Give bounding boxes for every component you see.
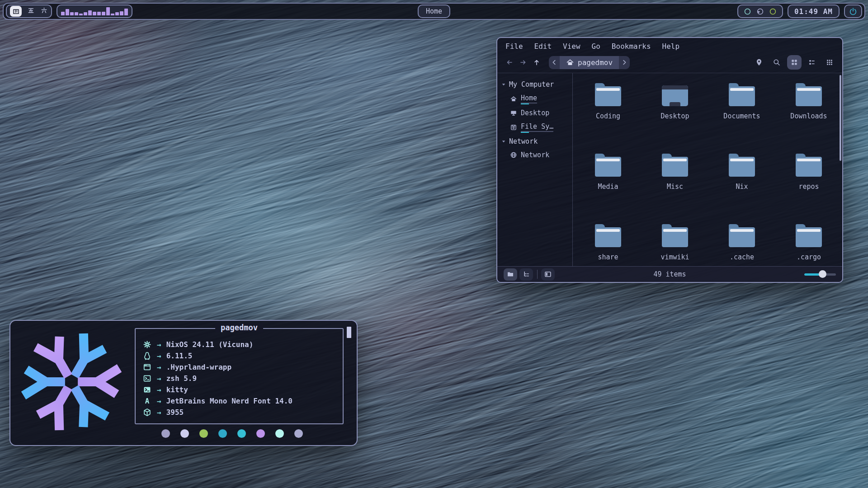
visualizer-bar: [70, 12, 74, 15]
palette-dot: [294, 429, 303, 438]
folder-icon: [796, 86, 822, 106]
file-grid: CodingDesktopDocumentsDownloadsMediaMisc…: [573, 73, 842, 266]
folder-icon: [662, 227, 688, 247]
palette-dot: [218, 429, 227, 438]
sidebar-item-desktop[interactable]: Desktop: [497, 106, 572, 120]
compact-view-button[interactable]: [822, 55, 837, 70]
back-button[interactable]: [503, 56, 516, 69]
fetch-value: .Hyprland-wrapp: [166, 363, 232, 371]
penguin-icon: [142, 352, 152, 360]
arrow-icon: →: [157, 363, 161, 371]
fetch-value: 6.11.5: [166, 352, 193, 360]
arrow-icon: →: [157, 397, 161, 405]
menu-item-file[interactable]: File: [505, 42, 523, 51]
terminal-window: pagedmov →NixOS 24.11 (Vicuna)→6.11.5→.H…: [9, 320, 358, 446]
workspace-button[interactable]: [10, 6, 22, 17]
arrow-icon: →: [157, 352, 161, 360]
workspace-button[interactable]: [27, 7, 35, 16]
chevron-down-icon: [501, 82, 506, 87]
palette-dot: [237, 429, 246, 438]
file-item-label: Misc: [667, 183, 683, 191]
file-item-label: Nix: [736, 183, 748, 191]
toggle-sidepane-button[interactable]: [541, 268, 555, 281]
font-icon: A: [142, 397, 152, 405]
fetch-value: zsh 5.9: [166, 374, 197, 383]
power-icon: [849, 7, 857, 15]
back-arrow-icon: [505, 58, 514, 66]
power-button[interactable]: [844, 5, 862, 18]
sidebar-section-label: Network: [509, 137, 538, 145]
file-item-label: repos: [798, 183, 819, 191]
focused-window-button[interactable]: Home: [418, 5, 450, 18]
file-manager-window: FileEditViewGoBookmarksHelp pagedmov My …: [496, 37, 843, 283]
sidebar-item-home[interactable]: Home: [497, 91, 572, 106]
status-bar: 49 items: [497, 266, 842, 282]
icon-view-button[interactable]: [787, 55, 802, 70]
menu-item-help[interactable]: Help: [662, 42, 680, 51]
file-item-media[interactable]: Media: [575, 151, 642, 221]
places-pane-button[interactable]: [504, 268, 517, 281]
file-item-label: Coding: [596, 112, 620, 120]
zoom-slider-knob[interactable]: [819, 270, 826, 278]
scrollbar[interactable]: [840, 75, 841, 161]
status-wedge-icon[interactable]: [756, 8, 764, 15]
chevron-right-icon: [620, 58, 628, 66]
visualizer-bar: [66, 9, 69, 15]
sidebar-section-network[interactable]: Network: [497, 135, 572, 148]
file-item-repos[interactable]: repos: [775, 151, 842, 221]
file-item-coding[interactable]: Coding: [575, 80, 642, 151]
menu-item-edit[interactable]: Edit: [534, 42, 552, 51]
path-scroll-left-button[interactable]: [549, 56, 560, 69]
file-item-misc[interactable]: Misc: [642, 151, 708, 221]
fetch-line-window: →.Hyprland-wrapp: [142, 361, 343, 373]
file-item-downloads[interactable]: Downloads: [775, 80, 842, 151]
chevron-down-icon: [501, 139, 506, 144]
forward-button[interactable]: [516, 56, 530, 69]
sidebar-item-filesy[interactable]: File Sy…: [497, 120, 572, 135]
tree-pane-button[interactable]: [519, 268, 533, 281]
menu-item-view[interactable]: View: [563, 42, 580, 51]
folder-icon: [729, 227, 755, 247]
menu-item-go[interactable]: Go: [592, 42, 600, 51]
workspace-glyph-icon: [27, 7, 35, 14]
file-item-label: share: [598, 253, 618, 261]
fetch-line-terminal: →kitty: [142, 384, 343, 395]
location-button[interactable]: [752, 55, 766, 70]
workspace-button[interactable]: [40, 7, 48, 16]
search-icon: [773, 58, 781, 66]
file-item-label: .cargo: [797, 253, 821, 261]
menu-item-bookmarks[interactable]: Bookmarks: [612, 42, 651, 51]
list-view-button[interactable]: [805, 55, 819, 70]
window-body: My ComputerHomeDesktopFile Sy…NetworkNet…: [497, 73, 842, 266]
arrow-icon: →: [157, 385, 161, 394]
visualizer-bar: [75, 12, 78, 15]
desktop-icon: [662, 85, 688, 106]
search-button[interactable]: [769, 55, 784, 70]
sidebar-section-my-computer[interactable]: My Computer: [497, 78, 572, 91]
arrow-icon: →: [157, 408, 161, 417]
folder-icon: [729, 86, 755, 106]
sidebar-item-network[interactable]: Network: [497, 148, 572, 162]
zoom-slider[interactable]: [804, 270, 836, 278]
folder-icon: [729, 157, 755, 177]
globe-icon: [510, 151, 517, 159]
path-text: pagedmov: [578, 58, 613, 67]
clock-text: 01:49 AM: [794, 7, 833, 16]
path-segment-home[interactable]: pagedmov: [560, 56, 619, 69]
system-tray: [737, 5, 783, 18]
file-item-nix[interactable]: Nix: [708, 151, 775, 221]
path-scroll-right-button[interactable]: [619, 56, 630, 69]
workspace-glyph-icon: [40, 7, 48, 14]
workspace-glyph-icon: [12, 8, 20, 15]
file-item-label: Documents: [723, 112, 760, 120]
top-bar-right: 01:49 AM: [737, 5, 862, 18]
status-circle-green-icon[interactable]: [769, 8, 777, 15]
map-pin-icon: [755, 58, 763, 66]
visualizer-bar: [102, 12, 105, 15]
up-button[interactable]: [530, 56, 543, 69]
divider: [537, 270, 538, 279]
status-circle-icon[interactable]: [744, 8, 751, 15]
file-item-desktop[interactable]: Desktop: [642, 80, 708, 151]
home-icon: [566, 58, 574, 66]
file-item-documents[interactable]: Documents: [708, 80, 775, 151]
